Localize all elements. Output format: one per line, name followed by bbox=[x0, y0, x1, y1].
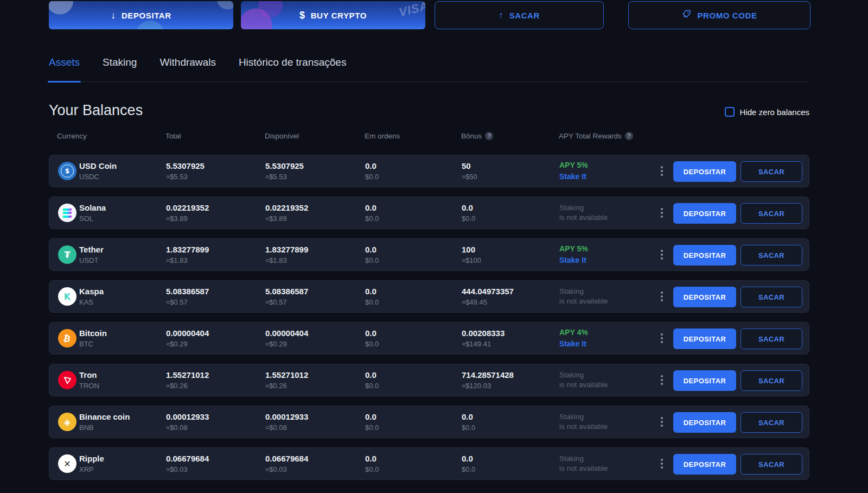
sol-coin-icon bbox=[58, 204, 76, 222]
in-orders-usd: $0.0 bbox=[365, 298, 379, 307]
staking-na-line1: Staking bbox=[559, 412, 608, 422]
row-menu-button[interactable] bbox=[657, 457, 667, 470]
row-withdraw-button[interactable]: SACAR bbox=[741, 287, 802, 307]
apy-stake-block: APY 5% Stake It bbox=[559, 160, 588, 182]
row-withdraw-button[interactable]: SACAR bbox=[741, 370, 802, 391]
bonus-value: 0.0 bbox=[462, 412, 475, 422]
available-usd: ≈$0.08 bbox=[265, 423, 308, 433]
available-value: 1.55271012 bbox=[265, 370, 308, 380]
total-usd: ≈$0.03 bbox=[166, 465, 209, 475]
tab-withdrawals[interactable]: Withdrawals bbox=[159, 56, 215, 81]
balance-row: Solana SOL 0.02219352 ≈$3.89 0.02219352 … bbox=[49, 197, 809, 229]
withdraw-button-label: SACAR bbox=[509, 11, 540, 20]
coin-name: Tron bbox=[79, 370, 99, 380]
row-menu-button[interactable] bbox=[657, 374, 667, 387]
total-usd: ≈$3.89 bbox=[166, 214, 209, 224]
usdt-coin-icon: ₮ bbox=[58, 245, 76, 264]
available-value: 5.5307925 bbox=[265, 161, 304, 171]
row-withdraw-button[interactable]: SACAR bbox=[741, 454, 802, 475]
hide-zero-balances-control: Hide zero balances bbox=[725, 107, 809, 117]
apy-label: APY 5% bbox=[559, 244, 588, 254]
row-menu-button[interactable] bbox=[657, 248, 667, 261]
row-menu-button[interactable] bbox=[657, 415, 667, 428]
tab-transaction-history[interactable]: Histórico de transações bbox=[239, 56, 347, 81]
total-value: 1.83277899 bbox=[166, 244, 209, 255]
row-withdraw-button[interactable]: SACAR bbox=[741, 161, 802, 182]
row-deposit-button[interactable]: DEPOSITAR bbox=[673, 370, 736, 391]
stake-it-link[interactable]: Stake It bbox=[559, 172, 586, 182]
row-deposit-button[interactable]: DEPOSITAR bbox=[673, 454, 736, 475]
balance-row: ₮ Tether USDT 1.83277899 ≈$1.83 1.832778… bbox=[49, 238, 809, 271]
deposit-button[interactable]: ↓ DEPOSITAR bbox=[49, 1, 233, 29]
total-value: 5.5307925 bbox=[166, 161, 205, 171]
bonus-usd: ≈$49.45 bbox=[462, 298, 514, 307]
balance-row: K Kaspa KAS 5.08386587 ≈$0.57 5.08386587… bbox=[49, 280, 809, 313]
usdc-coin-icon: $ bbox=[58, 162, 76, 180]
promo-code-button[interactable]: PROMO CODE bbox=[628, 1, 810, 29]
bonus-value: 0.00208333 bbox=[462, 328, 505, 338]
in-orders-value: 0.0 bbox=[365, 244, 379, 255]
balance-row: Tron TRON 1.55271012 ≈$0.26 1.55271012 ≈… bbox=[49, 364, 809, 396]
xrp-coin-icon: ✕ bbox=[58, 454, 76, 473]
balance-row: ◈ Binance coin BNB 0.00012933 ≈$0.08 0.0… bbox=[49, 406, 809, 438]
coin-ticker: XRP bbox=[79, 465, 104, 475]
coin-name: Kaspa bbox=[79, 286, 104, 296]
buy-crypto-button[interactable]: $ BUY CRYPTO VISA bbox=[241, 1, 425, 29]
tab-staking[interactable]: Staking bbox=[103, 56, 137, 81]
in-orders-value: 0.0 bbox=[365, 412, 379, 422]
dollar-icon: $ bbox=[299, 10, 305, 21]
stake-it-link[interactable]: Stake It bbox=[559, 255, 586, 266]
coin-ticker: TRON bbox=[79, 381, 99, 391]
row-deposit-button[interactable]: DEPOSITAR bbox=[673, 245, 736, 266]
in-orders-value: 0.0 bbox=[365, 203, 379, 213]
bonus-value: 50 bbox=[462, 161, 477, 171]
help-icon[interactable]: ? bbox=[625, 132, 633, 140]
bonus-usd: $0.0 bbox=[462, 465, 475, 475]
stake-it-link[interactable]: Stake It bbox=[559, 339, 586, 349]
bnb-coin-icon: ◈ bbox=[58, 413, 76, 431]
coin-ticker: BNB bbox=[79, 423, 130, 433]
available-value: 0.00000404 bbox=[265, 328, 308, 338]
row-withdraw-button[interactable]: SACAR bbox=[741, 412, 802, 433]
row-menu-button[interactable] bbox=[657, 206, 667, 219]
row-withdraw-button[interactable]: SACAR bbox=[741, 328, 802, 349]
wallet-page: ↓ DEPOSITAR $ BUY CRYPTO VISA ↑ SACAR PR… bbox=[0, 0, 868, 493]
hide-zero-checkbox[interactable] bbox=[725, 107, 735, 117]
staking-na-line2: is not available bbox=[559, 296, 608, 306]
in-orders-value: 0.0 bbox=[365, 286, 379, 296]
promo-code-button-label: PROMO CODE bbox=[697, 11, 757, 20]
row-deposit-button[interactable]: DEPOSITAR bbox=[673, 412, 736, 433]
row-deposit-button[interactable]: DEPOSITAR bbox=[673, 287, 736, 307]
withdraw-button[interactable]: ↑ SACAR bbox=[435, 1, 604, 29]
row-withdraw-button[interactable]: SACAR bbox=[741, 203, 802, 224]
row-deposit-button[interactable]: DEPOSITAR bbox=[673, 161, 736, 182]
coin-ticker: USDC bbox=[79, 172, 117, 182]
balance-row: ✕ Ripple XRP 0.06679684 ≈$0.03 0.0667968… bbox=[49, 447, 809, 480]
total-usd: ≈$1.83 bbox=[166, 256, 209, 266]
balance-row: $ USD Coin USDC 5.5307925 ≈$5.53 5.53079… bbox=[49, 155, 809, 187]
total-usd: ≈$0.29 bbox=[166, 339, 209, 349]
coin-ticker: SOL bbox=[79, 214, 106, 224]
visa-logo: VISA bbox=[397, 1, 425, 20]
bonus-usd: ≈$50 bbox=[462, 172, 477, 182]
available-usd: ≈$0.03 bbox=[265, 465, 308, 475]
bonus-usd: ≈$100 bbox=[462, 256, 481, 266]
row-withdraw-button[interactable]: SACAR bbox=[741, 245, 802, 266]
help-icon[interactable]: ? bbox=[485, 132, 493, 140]
bonus-value: 100 bbox=[462, 244, 481, 255]
coin-ticker: BTC bbox=[79, 339, 107, 349]
total-value: 0.02219352 bbox=[166, 203, 209, 213]
row-deposit-button[interactable]: DEPOSITAR bbox=[673, 203, 736, 224]
tab-assets[interactable]: Assets bbox=[49, 56, 80, 81]
staking-unavailable-block: Staking is not available bbox=[559, 454, 608, 473]
buy-crypto-button-label: BUY CRYPTO bbox=[311, 11, 367, 20]
row-deposit-button[interactable]: DEPOSITAR bbox=[673, 328, 736, 349]
available-usd: ≈$3.89 bbox=[265, 214, 308, 224]
in-orders-usd: $0.0 bbox=[365, 381, 379, 391]
row-menu-button[interactable] bbox=[657, 332, 667, 345]
row-menu-button[interactable] bbox=[657, 290, 667, 303]
coin-name: Solana bbox=[79, 203, 106, 213]
row-menu-button[interactable] bbox=[657, 165, 667, 178]
promo-tag-icon bbox=[681, 9, 692, 22]
staking-na-line1: Staking bbox=[559, 203, 608, 213]
